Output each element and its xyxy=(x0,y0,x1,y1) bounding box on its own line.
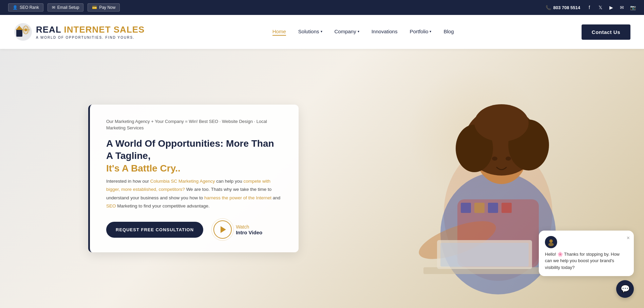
svg-rect-18 xyxy=(461,203,471,213)
seo-link[interactable]: SEO xyxy=(106,203,116,209)
hero-subtitle: Our Marketing Agency + Your Company = Wi… xyxy=(106,118,282,131)
hero-card: Our Marketing Agency + Your Company = Wi… xyxy=(88,105,299,252)
top-bar-right: 📞 803 708 5514 f 𝕏 ▶ ✉ 📷 xyxy=(546,4,636,11)
chat-bubble-header xyxy=(545,236,628,248)
hero-actions: REQUEST FREE CONSULTATION Watch Intro Vi… xyxy=(106,220,282,239)
hero-body: Interested in how our Columbia SC Market… xyxy=(106,177,282,210)
facebook-icon[interactable]: f xyxy=(586,4,592,11)
pay-icon: 💳 xyxy=(92,5,97,10)
email-icon: ✉ xyxy=(52,5,55,10)
twitter-icon[interactable]: 𝕏 xyxy=(597,4,603,11)
logo-icon xyxy=(14,22,33,41)
chevron-down-icon: ▾ xyxy=(321,30,322,33)
request-consultation-button[interactable]: REQUEST FREE CONSULTATION xyxy=(106,222,203,238)
social-icons: f 𝕏 ▶ ✉ 📷 xyxy=(586,4,636,11)
chat-greeting: Hello! 🌸 Thanks for stopping by. How can… xyxy=(545,251,628,271)
nav-links: Home Solutions ▾ Company ▾ Innovations P… xyxy=(272,29,454,36)
chevron-down-icon: ▾ xyxy=(358,30,359,33)
nav-blog[interactable]: Blog xyxy=(443,29,454,36)
watch-intro-video-button[interactable]: Watch Intro Video xyxy=(213,220,262,239)
svg-rect-1 xyxy=(16,29,22,37)
svg-rect-21 xyxy=(501,203,512,213)
hero-title: A World Of Opportunities: More Than A Ta… xyxy=(106,138,282,175)
chat-logo xyxy=(545,236,557,248)
nav-portfolio[interactable]: Portfolio ▾ xyxy=(410,29,431,36)
youtube-icon[interactable]: ▶ xyxy=(608,4,614,11)
nav-solutions[interactable]: Solutions ▾ xyxy=(298,29,322,36)
phone-icon: 📞 xyxy=(546,5,551,10)
navbar: REAL INTERNET SALES A WORLD OF OPPORTUNI… xyxy=(0,15,644,49)
nav-company[interactable]: Company ▾ xyxy=(335,29,359,36)
chat-trigger-button[interactable]: 💬 xyxy=(616,280,634,298)
video-text: Watch Intro Video xyxy=(236,224,262,235)
top-bar-left: 👤 SEO Rank ✉ Email Setup 💳 Pay Now xyxy=(8,3,120,12)
chat-icon: 💬 xyxy=(621,285,630,293)
svg-point-27 xyxy=(548,243,554,246)
logo-tagline: A WORLD OF OPPORTUNITIES. FIND YOURS. xyxy=(36,36,145,39)
logo-text: REAL INTERNET SALES A WORLD OF OPPORTUNI… xyxy=(36,24,145,39)
svg-point-14 xyxy=(474,104,529,142)
email-setup-button[interactable]: ✉ Email Setup xyxy=(48,3,84,12)
top-bar: 👤 SEO Rank ✉ Email Setup 💳 Pay Now 📞 803… xyxy=(0,0,644,15)
chat-widget: × Hello! 🌸 Thanks for stopping by. How c… xyxy=(539,231,634,298)
svg-point-15 xyxy=(492,157,497,161)
chevron-down-icon: ▾ xyxy=(430,30,431,33)
svg-point-16 xyxy=(506,157,511,161)
email2-icon[interactable]: ✉ xyxy=(619,4,625,11)
close-icon[interactable]: × xyxy=(627,234,630,242)
svg-rect-24 xyxy=(440,243,529,267)
instagram-icon[interactable]: 📷 xyxy=(630,4,636,11)
nav-home[interactable]: Home xyxy=(272,29,286,36)
contact-us-button[interactable]: Contact Us xyxy=(582,24,630,40)
svg-rect-20 xyxy=(488,203,498,213)
svg-point-26 xyxy=(549,239,553,243)
columbia-link[interactable]: Columbia SC Marketing Agency xyxy=(150,179,215,184)
nav-innovations[interactable]: Innovations xyxy=(372,29,398,36)
logo-name: REAL INTERNET SALES xyxy=(36,24,145,35)
phone-number: 📞 803 708 5514 xyxy=(546,5,580,10)
svg-point-6 xyxy=(24,29,27,31)
seo-rank-button[interactable]: 👤 SEO Rank xyxy=(8,3,43,12)
pay-now-button[interactable]: 💳 Pay Now xyxy=(88,3,120,12)
svg-rect-19 xyxy=(474,203,485,213)
user-icon: 👤 xyxy=(13,5,18,10)
play-button-circle xyxy=(213,220,232,239)
logo[interactable]: REAL INTERNET SALES A WORLD OF OPPORTUNI… xyxy=(14,22,145,41)
play-icon xyxy=(221,226,226,233)
hero-content: Our Marketing Agency + Your Company = Wi… xyxy=(88,105,299,252)
chat-bubble: × Hello! 🌸 Thanks for stopping by. How c… xyxy=(539,231,634,276)
